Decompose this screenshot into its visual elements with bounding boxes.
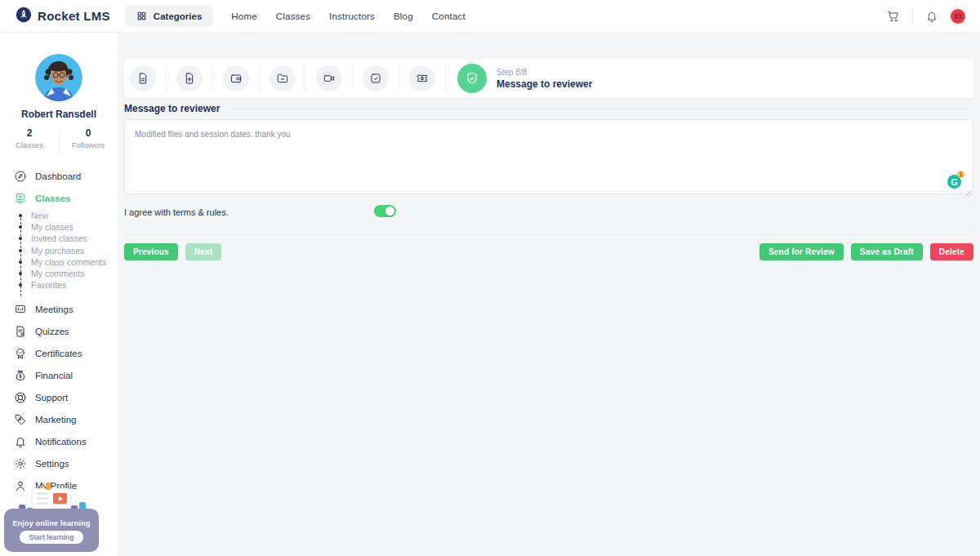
submenu-label: My comments	[31, 269, 84, 278]
sidebar: Robert Ransdell 2 Classes 0 Followers Da…	[0, 33, 118, 556]
sidebar-item-label: Financial	[35, 371, 73, 380]
sidebar-item-label: Dashboard	[35, 171, 81, 181]
file-text-icon	[136, 72, 149, 85]
stat-classes: 2 Classes	[0, 127, 59, 157]
rocket-logo-icon	[15, 6, 33, 27]
previous-button[interactable]: Previous	[124, 243, 178, 260]
notifications-bell-icon	[14, 435, 27, 448]
notification-count-badge[interactable]: 33	[951, 9, 965, 24]
bullet-dot	[19, 214, 22, 217]
quizzes-icon	[14, 325, 27, 338]
delete-button[interactable]: Delete	[930, 243, 973, 260]
wizard-steps	[120, 65, 446, 91]
sidebar-item-notifications[interactable]: Notifications	[14, 430, 118, 452]
step-label: Step 8/8	[497, 68, 592, 77]
submenu-item-new[interactable]: New	[16, 210, 118, 221]
wizard-step-7[interactable]	[399, 65, 445, 91]
actions-bar: Previous Next Send for Review Save as Dr…	[124, 243, 973, 260]
next-button[interactable]: Next	[185, 243, 221, 260]
wizard-step-5[interactable]	[306, 65, 352, 91]
message-textarea[interactable]: Modified files and session dates. thank …	[124, 119, 973, 194]
brand-logo[interactable]: Rocket LMS	[15, 6, 110, 27]
nav-link-contact[interactable]: Contact	[432, 11, 466, 21]
nav-link-classes[interactable]: Classes	[276, 11, 310, 21]
submenu-item-my-classes[interactable]: My classes	[16, 221, 118, 233]
bullet-dot	[19, 260, 22, 264]
promo-card: Enjoy online learning Start learning	[4, 509, 99, 552]
file-plus-icon	[183, 72, 196, 85]
wizard-step-4[interactable]	[260, 65, 305, 91]
submenu-label: New	[31, 211, 48, 220]
textarea-resize-handle[interactable]	[964, 186, 972, 201]
cart-button[interactable]	[884, 7, 902, 24]
sidebar-item-label: Quizzes	[35, 327, 69, 336]
stat-classes-label: Classes	[0, 140, 59, 149]
sidebar-item-classes[interactable]: Classes	[14, 187, 118, 209]
folder-minus-icon	[276, 72, 289, 85]
nav-link-blog[interactable]: Blog	[394, 11, 413, 21]
submenu-item-favorites[interactable]: Favorites	[16, 279, 118, 291]
submenu-label: Invited classes	[31, 234, 87, 243]
start-learning-button[interactable]: Start learning	[20, 531, 84, 544]
sidebar-item-quizzes[interactable]: Quizzes	[14, 320, 118, 342]
stat-followers: 0 Followers	[59, 127, 118, 157]
sidebar-item-label: Marketing	[35, 415, 77, 425]
top-navbar: Rocket LMS Categories Home Classes Instr…	[0, 0, 980, 33]
user-name: Robert Ransdell	[0, 109, 118, 120]
categories-label: Categories	[154, 11, 202, 21]
nav-divider	[912, 8, 913, 24]
nav-links: Home Classes Instructors Blog Contact	[231, 11, 466, 21]
wizard-step-6[interactable]	[353, 65, 399, 91]
submenu-item-my-class-comments[interactable]: My class comments	[16, 256, 118, 268]
sidebar-item-marketing[interactable]: Marketing	[14, 408, 118, 430]
sidebar-item-label: Classes	[35, 193, 70, 203]
terms-toggle[interactable]	[374, 205, 396, 217]
sidebar-item-label: Certificates	[35, 349, 82, 358]
bullet-dot	[19, 272, 22, 275]
save-as-draft-button[interactable]: Save as Draft	[851, 243, 923, 260]
submenu-label: Favorites	[31, 280, 66, 290]
wizard-step-8-active[interactable]: Step 8/8 Message to reviewer	[457, 64, 592, 93]
submenu-label: My class comments	[31, 257, 106, 267]
user-stats: 2 Classes 0 Followers	[0, 127, 118, 157]
agree-terms-label: I agree with terms & rules.	[124, 207, 229, 217]
nav-link-home[interactable]: Home	[231, 11, 256, 21]
sidebar-item-certificates[interactable]: Certificates	[14, 342, 118, 364]
categories-button[interactable]: Categories	[125, 5, 213, 27]
main-content: Step 8/8 Message to reviewer Message to …	[118, 33, 980, 556]
promo-title: Enjoy online learning	[4, 519, 99, 527]
send-for-review-button[interactable]: Send for Review	[760, 243, 844, 260]
grammarly-icon[interactable]: G 1	[947, 175, 961, 189]
submenu-item-invited-classes[interactable]: Invited classes	[16, 233, 118, 244]
step-divider	[445, 66, 446, 91]
dashboard-icon	[14, 170, 27, 183]
check-square-icon	[369, 72, 382, 85]
section-header: Message to reviewer	[124, 103, 973, 114]
actions-divider	[124, 234, 973, 235]
wizard-step-2[interactable]	[167, 65, 212, 91]
bullet-dot	[19, 283, 22, 287]
brand-name: Rocket LMS	[38, 9, 110, 23]
sidebar-item-support[interactable]: Support	[14, 386, 118, 408]
nav-link-instructors[interactable]: Instructors	[329, 11, 375, 21]
sidebar-item-dashboard[interactable]: Dashboard	[14, 165, 118, 187]
step-title: Message to reviewer	[497, 78, 592, 90]
sidebar-item-financial[interactable]: Financial	[14, 364, 118, 386]
wizard-step-3[interactable]	[213, 65, 259, 91]
bullet-dot	[19, 249, 22, 252]
sidebar-item-meetings[interactable]: Meetings	[14, 298, 118, 320]
wizard-stepper-card: Step 8/8 Message to reviewer	[124, 59, 973, 98]
bullet-dot	[19, 237, 22, 240]
support-icon	[14, 391, 27, 404]
notifications-button[interactable]	[924, 8, 940, 24]
section-divider	[231, 109, 973, 109]
sidebar-item-label: Notifications	[35, 437, 87, 447]
wizard-step-1[interactable]	[120, 65, 166, 91]
submenu-label: My purchases	[31, 246, 84, 256]
sidebar-item-settings[interactable]: Settings	[14, 452, 118, 474]
submenu-item-my-purchases[interactable]: My purchases	[16, 245, 118, 256]
submenu-item-my-comments[interactable]: My comments	[16, 268, 118, 279]
avatar[interactable]	[35, 54, 82, 101]
certificates-icon	[14, 347, 27, 360]
section-title: Message to reviewer	[124, 103, 220, 114]
